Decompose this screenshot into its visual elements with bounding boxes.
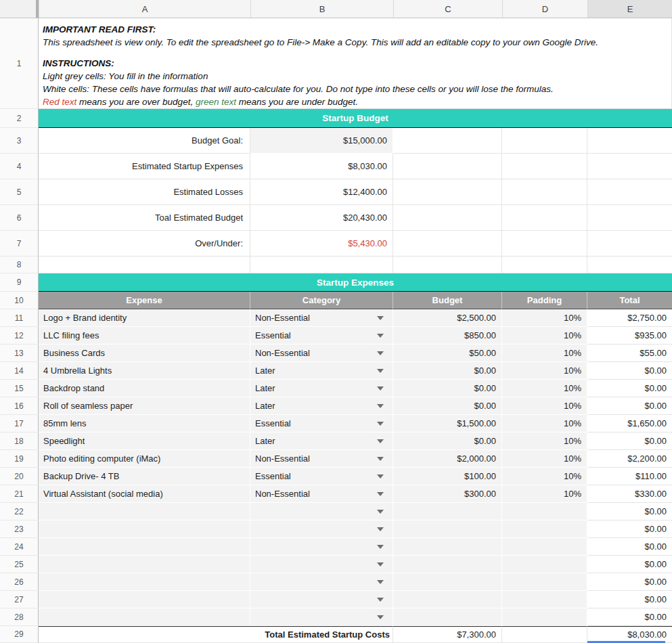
empty-cell[interactable]	[393, 205, 502, 231]
row-header[interactable]: 27	[0, 591, 39, 608]
padding-cell[interactable]	[502, 556, 587, 573]
row-header[interactable]: 7	[0, 231, 39, 257]
expense-cell[interactable]	[39, 608, 250, 626]
row-header[interactable]: 20	[0, 468, 39, 485]
total-cell[interactable]: $0.00	[587, 380, 672, 397]
column-header-d[interactable]: D	[502, 0, 587, 18]
row-header[interactable]: 8	[0, 257, 39, 273]
label-cell[interactable]: Estimated Losses	[39, 179, 250, 205]
empty-cell[interactable]	[393, 154, 502, 179]
budget-section-title[interactable]: Startup Budget	[39, 109, 672, 128]
dropdown-arrow-icon[interactable]	[377, 351, 384, 355]
expense-cell[interactable]: LLC filing fees	[39, 327, 250, 345]
expense-cell[interactable]	[39, 520, 250, 538]
row-header[interactable]: 2	[0, 109, 39, 128]
dropdown-arrow-icon[interactable]	[377, 527, 384, 531]
row-header[interactable]: 14	[0, 362, 39, 380]
padding-cell[interactable]: 10%	[502, 415, 587, 433]
total-cell[interactable]: $2,750.00	[587, 309, 672, 327]
empty-cell[interactable]	[502, 626, 587, 643]
expense-cell[interactable]	[39, 503, 250, 520]
budget-cell[interactable]: $100.00	[393, 468, 502, 485]
category-cell[interactable]: Non-Essential	[250, 485, 393, 503]
row-header[interactable]: 25	[0, 556, 39, 573]
value-cell[interactable]: $12,400.00	[250, 179, 393, 205]
expense-column-header[interactable]: Expense	[39, 292, 250, 309]
row-header[interactable]: 22	[0, 503, 39, 520]
total-label-cell[interactable]: Total Estimated Startup Costs	[39, 626, 393, 643]
expense-cell[interactable]	[39, 556, 250, 573]
category-cell[interactable]	[250, 503, 393, 520]
row-header[interactable]: 28	[0, 608, 39, 626]
padding-cell[interactable]: 10%	[502, 485, 587, 503]
padding-cell[interactable]	[502, 538, 587, 556]
empty-cell[interactable]	[502, 205, 587, 231]
empty-cell[interactable]	[587, 231, 672, 257]
dropdown-arrow-icon[interactable]	[377, 316, 384, 320]
category-cell[interactable]: Essential	[250, 327, 393, 345]
category-cell[interactable]: Non-Essential	[250, 345, 393, 362]
row-header[interactable]: 15	[0, 380, 39, 397]
dropdown-arrow-icon[interactable]	[377, 334, 384, 338]
category-cell[interactable]	[250, 556, 393, 573]
dropdown-arrow-icon[interactable]	[377, 369, 384, 373]
column-header-a[interactable]: A	[39, 0, 250, 18]
expense-cell[interactable]: Backdrop stand	[39, 380, 250, 397]
expense-cell[interactable]: 85mm lens	[39, 415, 250, 433]
budget-subtotal-cell[interactable]: $7,300.00	[393, 626, 502, 643]
value-cell[interactable]: $20,430.00	[250, 205, 393, 231]
total-cell[interactable]: $330.00	[587, 485, 672, 503]
padding-cell[interactable]: 10%	[502, 450, 587, 468]
empty-cell[interactable]	[502, 154, 587, 179]
total-cell[interactable]: $0.00	[587, 397, 672, 415]
dropdown-arrow-icon[interactable]	[377, 492, 384, 496]
row-header[interactable]: 11	[0, 309, 39, 327]
total-cell[interactable]: $0.00	[587, 573, 672, 591]
dropdown-arrow-icon[interactable]	[377, 474, 384, 479]
expense-cell[interactable]	[39, 573, 250, 591]
budget-column-header[interactable]: Budget	[393, 292, 502, 309]
dropdown-arrow-icon[interactable]	[377, 510, 384, 514]
row-header[interactable]: 4	[0, 154, 39, 179]
total-cell[interactable]: $0.00	[587, 608, 672, 626]
total-cell[interactable]: $0.00	[587, 556, 672, 573]
expense-cell[interactable]: Virtual Assistant (social media)	[39, 485, 250, 503]
label-cell[interactable]: Budget Goal:	[39, 128, 250, 154]
select-all-corner[interactable]	[0, 0, 39, 18]
row-header[interactable]: 26	[0, 573, 39, 591]
padding-cell[interactable]	[502, 608, 587, 626]
total-cell[interactable]: $0.00	[587, 591, 672, 608]
row-header[interactable]: 13	[0, 345, 39, 362]
row-header[interactable]: 5	[0, 179, 39, 205]
dropdown-arrow-icon[interactable]	[377, 545, 384, 549]
dropdown-arrow-icon[interactable]	[377, 404, 384, 408]
row-header[interactable]: 12	[0, 327, 39, 345]
padding-cell[interactable]: 10%	[502, 345, 587, 362]
category-cell[interactable]: Later	[250, 380, 393, 397]
empty-cell[interactable]	[393, 128, 502, 154]
budget-cell[interactable]	[393, 556, 502, 573]
category-cell[interactable]: Essential	[250, 468, 393, 485]
budget-cell[interactable]: $0.00	[393, 397, 502, 415]
category-column-header[interactable]: Category	[250, 292, 393, 309]
padding-cell[interactable]: 10%	[502, 397, 587, 415]
budget-cell[interactable]	[393, 538, 502, 556]
total-cell[interactable]: $110.00	[587, 468, 672, 485]
padding-cell[interactable]	[502, 573, 587, 591]
budget-cell[interactable]: $2,000.00	[393, 450, 502, 468]
padding-cell[interactable]: 10%	[502, 468, 587, 485]
padding-cell[interactable]: 10%	[502, 433, 587, 450]
empty-cell[interactable]	[393, 179, 502, 205]
value-cell[interactable]: $8,030.00	[250, 154, 393, 179]
dropdown-arrow-icon[interactable]	[377, 386, 384, 391]
expenses-section-title[interactable]: Startup Expenses	[39, 273, 672, 292]
expense-cell[interactable]: Speedlight	[39, 433, 250, 450]
instructions-cell[interactable]: IMPORTANT READ FIRST: This spreadsheet i…	[39, 18, 672, 109]
empty-cell[interactable]	[587, 179, 672, 205]
empty-cell[interactable]	[587, 154, 672, 179]
dropdown-arrow-icon[interactable]	[377, 598, 384, 602]
total-cell[interactable]: $1,650.00	[587, 415, 672, 433]
budget-cell[interactable]: $1,500.00	[393, 415, 502, 433]
budget-cell[interactable]: $0.00	[393, 380, 502, 397]
row-header[interactable]: 17	[0, 415, 39, 433]
